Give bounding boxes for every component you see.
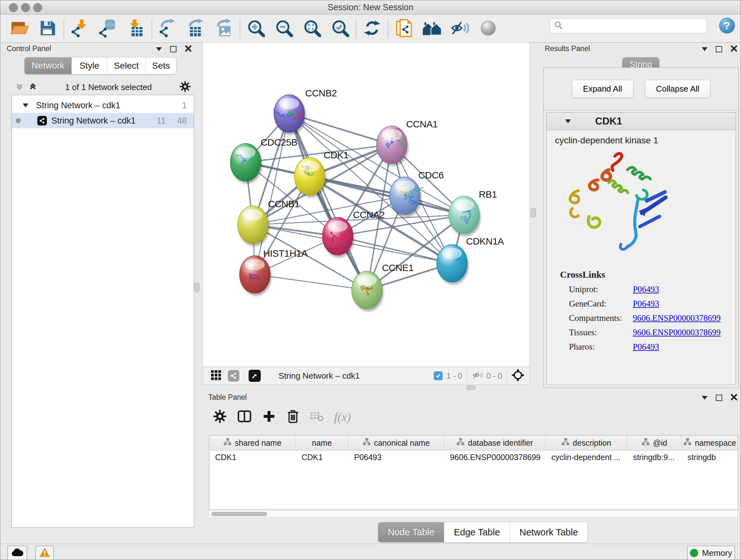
column-header[interactable]: canonical name xyxy=(348,435,444,450)
network-collection-row[interactable]: String Network – cdk1 1 xyxy=(12,98,194,113)
zoom-in-button[interactable] xyxy=(246,18,266,39)
zoom-selected-button[interactable] xyxy=(330,18,350,39)
memory-button[interactable]: Memory xyxy=(687,546,735,560)
network-node-RB1[interactable] xyxy=(449,196,481,236)
export-table-button[interactable] xyxy=(186,18,206,39)
network-graph[interactable]: CCNB2CCNA1CDC25BCDK1CDC6RB1CCNB1CCNA2CDK… xyxy=(203,43,529,367)
tab-edge-table[interactable]: Edge Table xyxy=(444,522,510,542)
network-node-CCNB2[interactable] xyxy=(274,95,306,135)
close-panel-icon[interactable] xyxy=(185,45,192,53)
cell-namespace[interactable]: stringdb xyxy=(682,450,738,464)
entry-expand-icon[interactable] xyxy=(565,119,571,123)
network-node-CCNE1[interactable] xyxy=(352,271,384,312)
tab-select[interactable]: Select xyxy=(107,57,146,74)
scrollbar-thumb[interactable] xyxy=(211,512,267,516)
zoom-fit-button[interactable] xyxy=(302,18,322,39)
column-header[interactable]: @id xyxy=(627,435,682,450)
float-panel-icon[interactable] xyxy=(170,46,177,52)
left-splitter-handle[interactable] xyxy=(194,283,199,292)
tab-sets[interactable]: Sets xyxy=(146,57,176,74)
detach-view-icon[interactable] xyxy=(249,370,261,382)
cell-description[interactable]: cyclin-dependent ... xyxy=(546,450,627,464)
collapse-panel-icon[interactable] xyxy=(156,47,162,51)
cloud-icon xyxy=(11,548,23,558)
tab-style[interactable]: Style xyxy=(72,57,107,74)
selected-checkbox-icon[interactable] xyxy=(434,371,443,380)
network-row[interactable]: String Network – cdk1 11 48 xyxy=(12,113,194,128)
import-network-database-button[interactable] xyxy=(98,18,118,39)
show-all-button[interactable] xyxy=(478,18,498,39)
tab-network-table[interactable]: Network Table xyxy=(510,522,588,542)
save-session-button[interactable] xyxy=(38,18,58,39)
cell-id[interactable]: stringdb:9... xyxy=(627,450,682,464)
warnings-button[interactable] xyxy=(36,546,54,560)
network-canvas[interactable]: CCNB2CCNA1CDC25BCDK1CDC6RB1CCNB1CCNA2CDK… xyxy=(203,43,530,367)
column-header[interactable]: shared name xyxy=(209,435,296,450)
column-header[interactable]: name xyxy=(296,435,348,450)
bottom-splitter-handle[interactable] xyxy=(466,385,476,390)
add-column-icon[interactable] xyxy=(262,409,276,425)
network-edge[interactable] xyxy=(338,236,452,263)
help-button[interactable]: ? xyxy=(719,17,735,34)
home-pair-button[interactable] xyxy=(422,18,442,39)
close-panel-icon[interactable] xyxy=(731,394,738,402)
cloud-status-button[interactable] xyxy=(7,546,27,560)
cell-name[interactable]: CDK1 xyxy=(296,450,348,464)
gene-entry-header[interactable]: CDK1 xyxy=(547,113,736,130)
gear-icon[interactable] xyxy=(179,81,191,94)
network-node-CCNB1[interactable] xyxy=(238,206,270,246)
show-columns-icon[interactable] xyxy=(237,409,252,425)
hidden-eye-icon[interactable] xyxy=(472,370,483,381)
grid-view-icon[interactable] xyxy=(211,370,221,382)
table-horizontal-scrollbar[interactable] xyxy=(209,510,738,517)
cell-shared-name[interactable]: CDK1 xyxy=(209,450,296,464)
network-node-CDKN1A[interactable] xyxy=(437,245,469,285)
close-panel-icon[interactable] xyxy=(731,45,738,53)
cell-canonical-name[interactable]: P06493 xyxy=(348,450,444,464)
hide-selected-button[interactable] xyxy=(450,18,470,39)
network-node-CDK1[interactable] xyxy=(294,158,326,198)
collapse-panel-icon[interactable] xyxy=(702,396,708,400)
network-node-CCNA2[interactable] xyxy=(322,217,354,258)
export-network-button[interactable] xyxy=(158,18,178,39)
share-view-icon[interactable] xyxy=(228,370,239,381)
refresh-button[interactable] xyxy=(362,18,382,39)
float-panel-icon[interactable] xyxy=(716,395,722,401)
crosslink-link[interactable]: P06493 xyxy=(633,299,659,309)
import-table-file-button[interactable] xyxy=(126,18,146,39)
import-network-file-button[interactable] xyxy=(70,18,90,39)
network-edge[interactable] xyxy=(289,114,367,290)
table-gear-icon[interactable] xyxy=(213,409,227,425)
import-string-network-button[interactable] xyxy=(394,18,414,39)
cell-database-identifier[interactable]: 9606.ENSP00000378699 xyxy=(444,450,546,464)
open-session-button[interactable] xyxy=(10,18,30,39)
crosslink-link[interactable]: P06493 xyxy=(633,285,659,294)
delete-column-trash-icon[interactable] xyxy=(286,409,300,425)
column-header[interactable]: database identifier xyxy=(444,435,546,450)
tab-network[interactable]: Network xyxy=(24,57,72,74)
collapse-all-tree-icon[interactable] xyxy=(28,82,38,92)
crosslink-link[interactable]: P06493 xyxy=(633,342,659,352)
column-header[interactable]: description xyxy=(546,435,627,450)
collapse-panel-icon[interactable] xyxy=(702,47,708,51)
search-input[interactable] xyxy=(566,21,707,30)
fit-selected-target-icon[interactable] xyxy=(512,369,524,383)
network-edge[interactable] xyxy=(255,274,367,290)
collection-expand-icon[interactable] xyxy=(23,104,28,107)
network-node-CCNA1[interactable] xyxy=(377,126,408,166)
search-field[interactable] xyxy=(549,18,707,34)
network-node-HIST1H1A[interactable] xyxy=(240,256,272,296)
expand-all-tree-icon[interactable] xyxy=(15,82,24,92)
crosslink-link[interactable]: 9606.ENSP00000378699 xyxy=(633,313,721,323)
zoom-out-button[interactable] xyxy=(274,18,294,39)
collapse-all-button[interactable]: Collapse All xyxy=(645,80,711,98)
column-header[interactable]: namespace xyxy=(682,435,738,450)
table-row[interactable]: CDK1 CDK1 P06493 9606.ENSP00000378699 cy… xyxy=(209,450,738,464)
tab-node-table[interactable]: Node Table xyxy=(378,522,444,542)
floppy-disk-icon xyxy=(40,20,56,38)
float-panel-icon[interactable] xyxy=(716,46,722,52)
expand-all-button[interactable]: Expand All xyxy=(572,80,633,98)
export-image-button[interactable] xyxy=(214,18,234,39)
crosslink-link[interactable]: 9606.ENSP00000378699 xyxy=(633,327,721,337)
right-splitter-handle[interactable] xyxy=(531,208,536,217)
